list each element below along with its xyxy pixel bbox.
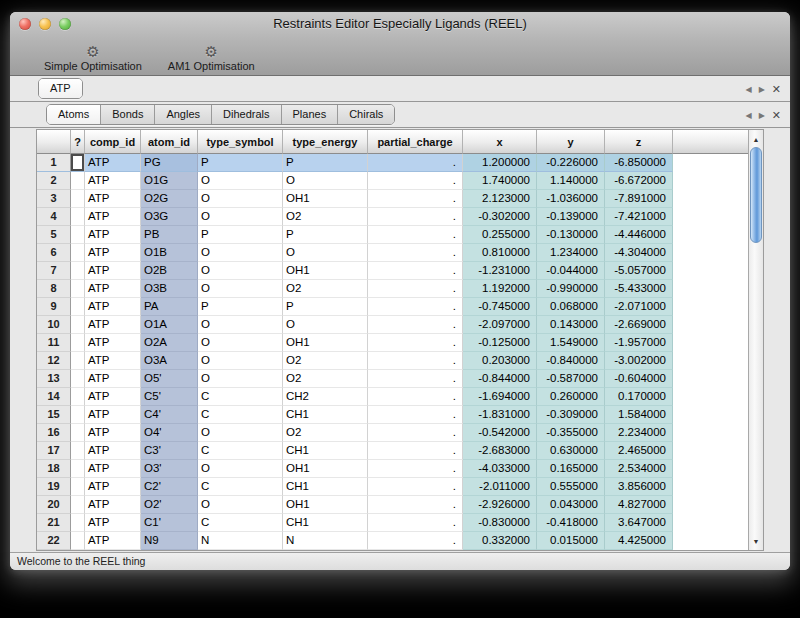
cell-x[interactable]: -2.683000: [463, 442, 537, 460]
cell-x[interactable]: 0.255000: [463, 226, 537, 244]
cell-q[interactable]: [71, 442, 85, 460]
table-row[interactable]: 19ATPC2'CCH1.-2.0110000.5550003.856000: [37, 478, 748, 496]
cell-q[interactable]: [71, 406, 85, 424]
cell-partial_charge[interactable]: .: [368, 460, 463, 478]
cell-atom_id[interactable]: O2G: [141, 190, 198, 208]
cell-comp_id[interactable]: ATP: [85, 226, 141, 244]
cell-comp_id[interactable]: ATP: [85, 424, 141, 442]
cell-y[interactable]: -0.226000: [537, 154, 605, 172]
cell-q[interactable]: [71, 388, 85, 406]
cell-q[interactable]: [71, 496, 85, 514]
table-row[interactable]: 2ATPO1GOO.1.7400001.140000-6.672000: [37, 172, 748, 190]
cell-atom_id[interactable]: C4': [141, 406, 198, 424]
cell-partial_charge[interactable]: .: [368, 154, 463, 172]
cell-comp_id[interactable]: ATP: [85, 478, 141, 496]
cell-comp_id[interactable]: ATP: [85, 352, 141, 370]
tab-scroll-left-button[interactable]: ◀: [745, 85, 751, 94]
cell-q[interactable]: [71, 172, 85, 190]
cell-type_energy[interactable]: P: [283, 154, 368, 172]
row-number[interactable]: 22: [37, 532, 71, 550]
cell-z[interactable]: -1.957000: [605, 334, 673, 352]
cell-atom_id[interactable]: PG: [141, 154, 198, 172]
table-row[interactable]: 6ATPO1BOO.0.8100001.234000-4.304000: [37, 244, 748, 262]
cell-z[interactable]: -5.433000: [605, 280, 673, 298]
cell-z[interactable]: -0.604000: [605, 370, 673, 388]
cell-q[interactable]: [71, 424, 85, 442]
cell-y[interactable]: -0.309000: [537, 406, 605, 424]
cell-y[interactable]: -1.036000: [537, 190, 605, 208]
cell-q[interactable]: [71, 316, 85, 334]
cell-z[interactable]: -7.421000: [605, 208, 673, 226]
cell-type_energy[interactable]: P: [283, 226, 368, 244]
cell-y[interactable]: 0.555000: [537, 478, 605, 496]
row-number[interactable]: 5: [37, 226, 71, 244]
row-number[interactable]: 1: [37, 154, 71, 172]
cell-comp_id[interactable]: ATP: [85, 514, 141, 532]
cell-type_symbol[interactable]: C: [198, 442, 283, 460]
cell-y[interactable]: 1.549000: [537, 334, 605, 352]
tab-scroll-right-button[interactable]: ▶: [759, 111, 765, 120]
cell-y[interactable]: -0.355000: [537, 424, 605, 442]
cell-type_symbol[interactable]: O: [198, 244, 283, 262]
cell-atom_id[interactable]: O3': [141, 460, 198, 478]
section-tab-angles[interactable]: Angles: [154, 105, 211, 124]
cell-atom_id[interactable]: O1B: [141, 244, 198, 262]
cell-x[interactable]: -0.302000: [463, 208, 537, 226]
cell-type_energy[interactable]: CH1: [283, 406, 368, 424]
cell-atom_id[interactable]: C2': [141, 478, 198, 496]
cell-y[interactable]: 0.260000: [537, 388, 605, 406]
cell-partial_charge[interactable]: .: [368, 334, 463, 352]
cell-x[interactable]: 1.200000: [463, 154, 537, 172]
cell-q[interactable]: [71, 514, 85, 532]
cell-type_symbol[interactable]: O: [198, 172, 283, 190]
cell-y[interactable]: 0.165000: [537, 460, 605, 478]
cell-comp_id[interactable]: ATP: [85, 496, 141, 514]
cell-type_energy[interactable]: O2: [283, 208, 368, 226]
cell-y[interactable]: 0.015000: [537, 532, 605, 550]
cell-y[interactable]: -0.990000: [537, 280, 605, 298]
cell-z[interactable]: -2.669000: [605, 316, 673, 334]
row-number[interactable]: 13: [37, 370, 71, 388]
cell-x[interactable]: 1.192000: [463, 280, 537, 298]
cell-q[interactable]: [71, 478, 85, 496]
cell-type_energy[interactable]: O: [283, 316, 368, 334]
cell-z[interactable]: -7.891000: [605, 190, 673, 208]
cell-x[interactable]: 0.810000: [463, 244, 537, 262]
cell-comp_id[interactable]: ATP: [85, 280, 141, 298]
cell-x[interactable]: -0.844000: [463, 370, 537, 388]
cell-partial_charge[interactable]: .: [368, 172, 463, 190]
cell-type_symbol[interactable]: O: [198, 424, 283, 442]
cell-y[interactable]: 1.234000: [537, 244, 605, 262]
am1-optimisation-button[interactable]: ⚙ AM1 Optimisation: [168, 43, 255, 72]
cell-partial_charge[interactable]: .: [368, 316, 463, 334]
cell-type_symbol[interactable]: O: [198, 334, 283, 352]
cell-partial_charge[interactable]: .: [368, 478, 463, 496]
cell-z[interactable]: -2.071000: [605, 298, 673, 316]
document-tab-atp[interactable]: ATP: [39, 79, 82, 98]
cell-z[interactable]: 2.234000: [605, 424, 673, 442]
cell-type_energy[interactable]: OH1: [283, 334, 368, 352]
cell-q[interactable]: [71, 532, 85, 550]
cell-x[interactable]: 2.123000: [463, 190, 537, 208]
cell-type_symbol[interactable]: O: [198, 208, 283, 226]
cell-x[interactable]: -1.831000: [463, 406, 537, 424]
table-row[interactable]: 11ATPO2AOOH1.-0.1250001.549000-1.957000: [37, 334, 748, 352]
table-row[interactable]: 16ATPO4'OO2.-0.542000-0.3550002.234000: [37, 424, 748, 442]
cell-z[interactable]: -6.672000: [605, 172, 673, 190]
cell-comp_id[interactable]: ATP: [85, 334, 141, 352]
cell-type_symbol[interactable]: O: [198, 316, 283, 334]
cell-z[interactable]: -4.446000: [605, 226, 673, 244]
cell-comp_id[interactable]: ATP: [85, 190, 141, 208]
row-number[interactable]: 19: [37, 478, 71, 496]
cell-atom_id[interactable]: O3G: [141, 208, 198, 226]
cell-y[interactable]: -0.418000: [537, 514, 605, 532]
row-number[interactable]: 11: [37, 334, 71, 352]
cell-comp_id[interactable]: ATP: [85, 406, 141, 424]
cell-type_energy[interactable]: O2: [283, 424, 368, 442]
cell-q[interactable]: [71, 226, 85, 244]
table-row[interactable]: 4ATPO3GOO2.-0.302000-0.139000-7.421000: [37, 208, 748, 226]
cell-x[interactable]: 0.203000: [463, 352, 537, 370]
cell-type_symbol[interactable]: O: [198, 370, 283, 388]
header-partial_charge[interactable]: partial_charge: [368, 130, 463, 154]
cell-partial_charge[interactable]: .: [368, 352, 463, 370]
